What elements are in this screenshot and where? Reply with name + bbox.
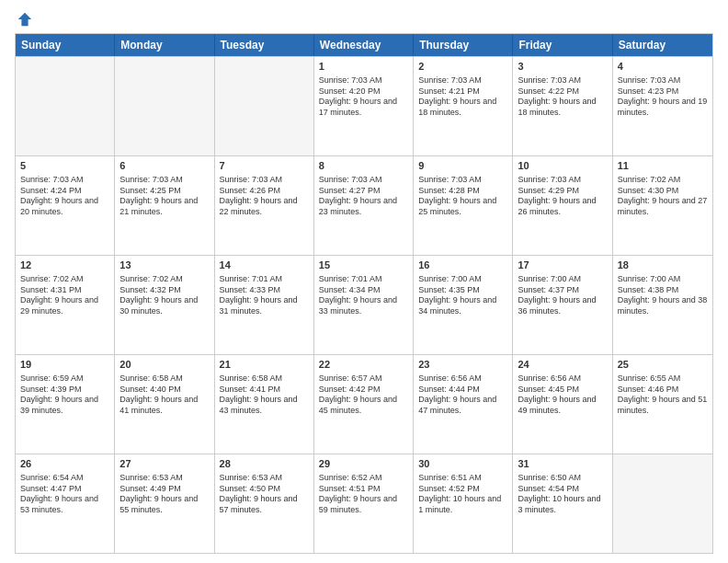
calendar-cell: 22Sunrise: 6:57 AMSunset: 4:42 PMDayligh… <box>314 355 414 454</box>
daylight-line: Daylight: 9 hours and 19 minutes. <box>618 97 708 118</box>
sunset-line: Sunset: 4:30 PM <box>618 186 708 197</box>
calendar-cell: 2Sunrise: 7:03 AMSunset: 4:21 PMDaylight… <box>414 57 513 155</box>
day-number: 17 <box>518 259 607 272</box>
sunrise-line: Sunrise: 6:55 AM <box>618 373 708 385</box>
weekday-header: Monday <box>115 34 214 56</box>
sunrise-line: Sunrise: 6:50 AM <box>518 473 607 484</box>
day-number: 7 <box>220 159 309 173</box>
weekday-header: Thursday <box>414 34 513 56</box>
logo <box>15 11 33 28</box>
daylight-line: Daylight: 9 hours and 34 minutes. <box>418 295 507 316</box>
sunrise-line: Sunrise: 6:52 AM <box>319 473 408 484</box>
day-number: 14 <box>220 259 309 272</box>
calendar-cell: 10Sunrise: 7:03 AMSunset: 4:29 PMDayligh… <box>513 156 612 255</box>
daylight-line: Daylight: 9 hours and 51 minutes. <box>618 395 708 416</box>
day-number: 31 <box>518 457 607 471</box>
day-number: 29 <box>319 457 408 471</box>
daylight-line: Daylight: 9 hours and 39 minutes. <box>20 395 109 416</box>
sunset-line: Sunset: 4:24 PM <box>20 186 109 197</box>
sunrise-line: Sunrise: 6:51 AM <box>418 473 507 484</box>
day-number: 13 <box>119 259 209 272</box>
daylight-line: Daylight: 9 hours and 17 minutes. <box>319 97 408 118</box>
day-number: 6 <box>119 159 209 173</box>
calendar-cell: 26Sunrise: 6:54 AMSunset: 4:47 PMDayligh… <box>16 454 115 553</box>
daylight-line: Daylight: 10 hours and 1 minute. <box>418 494 507 515</box>
daylight-line: Daylight: 9 hours and 31 minutes. <box>220 295 309 316</box>
day-number: 28 <box>220 457 309 471</box>
sunset-line: Sunset: 4:38 PM <box>618 285 708 296</box>
calendar-cell: 18Sunrise: 7:00 AMSunset: 4:38 PMDayligh… <box>613 256 712 354</box>
calendar-cell: 3Sunrise: 7:03 AMSunset: 4:22 PMDaylight… <box>513 57 612 155</box>
sunset-line: Sunset: 4:35 PM <box>418 285 507 296</box>
weekday-header: Sunday <box>16 34 115 56</box>
sunset-line: Sunset: 4:44 PM <box>418 385 507 396</box>
calendar-cell: 1Sunrise: 7:03 AMSunset: 4:20 PMDaylight… <box>314 57 414 155</box>
daylight-line: Daylight: 9 hours and 41 minutes. <box>119 395 209 416</box>
sunrise-line: Sunrise: 6:53 AM <box>119 473 209 484</box>
calendar-cell: 31Sunrise: 6:50 AMSunset: 4:54 PMDayligh… <box>513 454 612 553</box>
calendar-cell: 20Sunrise: 6:58 AMSunset: 4:40 PMDayligh… <box>115 355 214 454</box>
sunset-line: Sunset: 4:42 PM <box>319 385 408 396</box>
calendar-header: SundayMondayTuesdayWednesdayThursdayFrid… <box>16 34 712 56</box>
daylight-line: Daylight: 9 hours and 18 minutes. <box>518 97 607 118</box>
sunrise-line: Sunrise: 7:02 AM <box>20 274 109 285</box>
sunset-line: Sunset: 4:31 PM <box>20 285 109 296</box>
day-number: 9 <box>418 159 507 173</box>
daylight-line: Daylight: 9 hours and 53 minutes. <box>20 494 109 515</box>
day-number: 10 <box>518 159 607 173</box>
calendar-cell: 30Sunrise: 6:51 AMSunset: 4:52 PMDayligh… <box>414 454 513 553</box>
daylight-line: Daylight: 9 hours and 47 minutes. <box>418 395 507 416</box>
sunset-line: Sunset: 4:37 PM <box>518 285 607 296</box>
sunrise-line: Sunrise: 6:56 AM <box>518 373 607 385</box>
sunset-line: Sunset: 4:41 PM <box>220 385 309 396</box>
sunrise-line: Sunrise: 6:54 AM <box>20 473 109 484</box>
day-number: 24 <box>518 358 607 372</box>
day-number: 27 <box>119 457 209 471</box>
sunrise-line: Sunrise: 7:03 AM <box>119 175 209 186</box>
daylight-line: Daylight: 9 hours and 43 minutes. <box>220 395 309 416</box>
sunrise-line: Sunrise: 7:02 AM <box>119 274 209 285</box>
sunrise-line: Sunrise: 7:03 AM <box>319 75 408 86</box>
sunset-line: Sunset: 4:32 PM <box>119 285 209 296</box>
svg-marker-0 <box>18 13 31 26</box>
sunrise-line: Sunrise: 7:03 AM <box>20 175 109 186</box>
calendar-week: 26Sunrise: 6:54 AMSunset: 4:47 PMDayligh… <box>16 454 712 553</box>
calendar-cell <box>613 454 712 553</box>
sunset-line: Sunset: 4:29 PM <box>518 186 607 197</box>
sunset-line: Sunset: 4:40 PM <box>119 385 209 396</box>
calendar-cell: 13Sunrise: 7:02 AMSunset: 4:32 PMDayligh… <box>115 256 214 354</box>
day-number: 8 <box>319 159 408 173</box>
day-number: 1 <box>319 60 408 74</box>
calendar: SundayMondayTuesdayWednesdayThursdayFrid… <box>15 33 713 554</box>
daylight-line: Daylight: 9 hours and 20 minutes. <box>20 196 109 217</box>
day-number: 19 <box>20 358 109 372</box>
sunrise-line: Sunrise: 6:53 AM <box>220 473 309 484</box>
sunset-line: Sunset: 4:50 PM <box>220 484 309 495</box>
sunset-line: Sunset: 4:33 PM <box>220 285 309 296</box>
day-number: 22 <box>319 358 408 372</box>
sunset-line: Sunset: 4:46 PM <box>618 385 708 396</box>
sunrise-line: Sunrise: 6:57 AM <box>319 373 408 385</box>
daylight-line: Daylight: 9 hours and 33 minutes. <box>319 295 408 316</box>
sunrise-line: Sunrise: 7:00 AM <box>618 274 708 285</box>
day-number: 20 <box>119 358 209 372</box>
daylight-line: Daylight: 9 hours and 29 minutes. <box>20 295 109 316</box>
sunset-line: Sunset: 4:45 PM <box>518 385 607 396</box>
sunset-line: Sunset: 4:21 PM <box>418 86 507 98</box>
calendar-week: 19Sunrise: 6:59 AMSunset: 4:39 PMDayligh… <box>16 354 712 454</box>
sunrise-line: Sunrise: 7:00 AM <box>418 274 507 285</box>
calendar-cell: 14Sunrise: 7:01 AMSunset: 4:33 PMDayligh… <box>215 256 314 354</box>
sunrise-line: Sunrise: 7:03 AM <box>418 75 507 86</box>
daylight-line: Daylight: 9 hours and 38 minutes. <box>618 295 708 316</box>
daylight-line: Daylight: 9 hours and 57 minutes. <box>220 494 309 515</box>
daylight-line: Daylight: 9 hours and 18 minutes. <box>418 97 507 118</box>
sunrise-line: Sunrise: 6:56 AM <box>418 373 507 385</box>
day-number: 4 <box>618 60 708 74</box>
daylight-line: Daylight: 9 hours and 59 minutes. <box>319 494 408 515</box>
calendar-cell: 8Sunrise: 7:03 AMSunset: 4:27 PMDaylight… <box>314 156 414 255</box>
daylight-line: Daylight: 9 hours and 49 minutes. <box>518 395 607 416</box>
sunrise-line: Sunrise: 7:02 AM <box>618 175 708 186</box>
weekday-header: Friday <box>513 34 612 56</box>
sunset-line: Sunset: 4:47 PM <box>20 484 109 495</box>
daylight-line: Daylight: 9 hours and 45 minutes. <box>319 395 408 416</box>
